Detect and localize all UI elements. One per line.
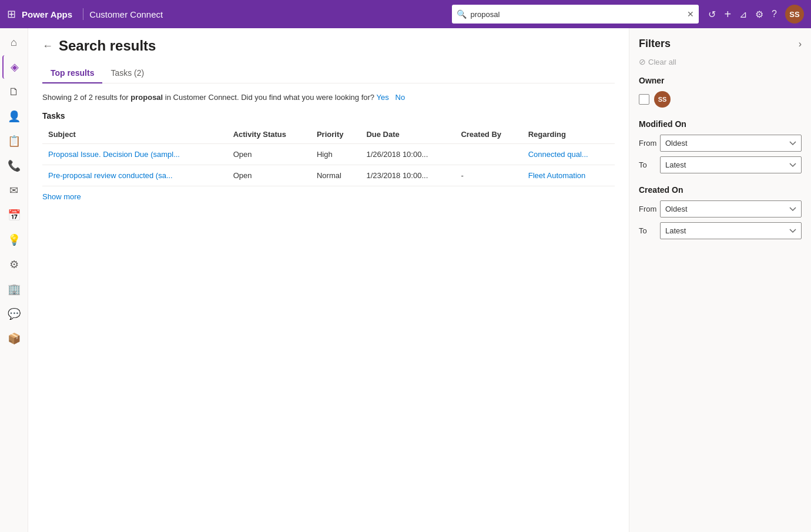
row1-regarding-link[interactable]: Connected qual... bbox=[528, 150, 588, 159]
filter-created-from-label: From bbox=[639, 205, 660, 213]
col-activity-status: Activity Status bbox=[227, 125, 311, 144]
page-title-row: ← Search results bbox=[42, 38, 615, 54]
sidebar-item-active[interactable]: ◈ bbox=[2, 55, 26, 79]
row2-subject-link[interactable]: Pre-proposal review conducted (sa... bbox=[48, 171, 173, 180]
sidebar-item-tasks[interactable]: 📋 bbox=[2, 129, 26, 153]
owner-checkbox[interactable] bbox=[639, 94, 649, 105]
filter-created-from-row: From Oldest Latest bbox=[639, 200, 802, 218]
filter-created-from-select[interactable]: Oldest Latest bbox=[660, 200, 802, 218]
sidebar-item-insights[interactable]: 💡 bbox=[2, 228, 26, 252]
table-row: Proposal Issue. Decision Due (sampl... O… bbox=[42, 144, 615, 165]
row1-activity-status: Open bbox=[227, 144, 311, 165]
back-button[interactable]: ← bbox=[42, 40, 53, 52]
no-link[interactable]: No bbox=[396, 93, 406, 102]
table-row: Pre-proposal review conducted (sa... Ope… bbox=[42, 165, 615, 186]
grid-icon[interactable]: ⊞ bbox=[7, 8, 16, 21]
row2-created-by: - bbox=[455, 165, 522, 186]
main-content: ← Search results Top results Tasks (2) S… bbox=[28, 28, 629, 532]
section-title: Tasks bbox=[42, 111, 615, 121]
col-priority: Priority bbox=[311, 125, 361, 144]
app-name: Power Apps bbox=[22, 9, 72, 19]
sidebar: ⌂ ◈ 🗋 👤 📋 📞 ✉ 📅 💡 ⚙ 🏢 💬 📦 bbox=[0, 28, 28, 532]
sidebar-item-store[interactable]: 📦 bbox=[2, 327, 26, 350]
col-created-by: Created By bbox=[455, 125, 522, 144]
filter-modified-to-label: To bbox=[639, 160, 660, 169]
col-due-date: Due Date bbox=[360, 125, 455, 144]
topnav-actions: ↺ + ⊿ ⚙ ? SS bbox=[708, 5, 804, 24]
search-icon: 🔍 bbox=[457, 9, 467, 19]
row1-due-date: 1/26/2018 10:00... bbox=[360, 144, 455, 165]
add-icon[interactable]: + bbox=[724, 8, 731, 21]
filter-modified-from-label: From bbox=[639, 139, 660, 148]
row2-priority: Normal bbox=[311, 165, 361, 186]
sidebar-item-records[interactable]: 🗋 bbox=[2, 80, 26, 103]
filter-created-section: Created On From Oldest Latest To Latest … bbox=[639, 185, 802, 239]
sidebar-item-contacts[interactable]: 👤 bbox=[2, 105, 26, 128]
filters-chevron-icon[interactable]: › bbox=[799, 39, 802, 49]
row2-regarding-link[interactable]: Fleet Automation bbox=[528, 171, 586, 180]
owner-avatar[interactable]: SS bbox=[654, 91, 671, 108]
col-subject: Subject bbox=[42, 125, 227, 144]
show-more-link[interactable]: Show more bbox=[42, 192, 81, 201]
yes-link[interactable]: Yes bbox=[376, 93, 388, 102]
filter-clear-row: ⊘ Clear all bbox=[639, 57, 802, 66]
filter-icon[interactable]: ⊿ bbox=[739, 9, 747, 20]
row1-subject-link[interactable]: Proposal Issue. Decision Due (sampl... bbox=[48, 150, 180, 159]
topnav: ⊞ Power Apps Customer Connect 🔍 ✕ ↺ + ⊿ … bbox=[0, 0, 811, 28]
filter-modified-to-row: To Latest Oldest bbox=[639, 156, 802, 173]
filters-panel: Filters › ⊘ Clear all Owner SS Modified … bbox=[629, 28, 811, 532]
sidebar-item-calls[interactable]: 📞 bbox=[2, 154, 26, 178]
page-title: Search results bbox=[59, 38, 156, 54]
filter-modified-section: Modified On From Oldest Latest To Latest… bbox=[639, 119, 802, 173]
sidebar-item-email[interactable]: ✉ bbox=[2, 179, 26, 202]
filter-created-title: Created On bbox=[639, 185, 802, 195]
results-table: Subject Activity Status Priority Due Dat… bbox=[42, 125, 615, 186]
nav-divider bbox=[83, 8, 83, 20]
filter-owner-section: Owner SS bbox=[639, 76, 802, 108]
filters-header: Filters › bbox=[639, 38, 802, 50]
search-keyword: proposal bbox=[130, 93, 163, 102]
filter-modified-from-row: From Oldest Latest bbox=[639, 135, 802, 152]
sidebar-item-chat[interactable]: 💬 bbox=[2, 302, 26, 326]
row2-due-date: 1/23/2018 10:00... bbox=[360, 165, 455, 186]
sidebar-item-calendar[interactable]: 📅 bbox=[2, 203, 26, 227]
search-input[interactable] bbox=[470, 10, 687, 19]
result-info: Showing 2 of 2 results for proposal in C… bbox=[42, 93, 615, 102]
filter-modified-title: Modified On bbox=[639, 119, 802, 129]
filter-clear-label[interactable]: Clear all bbox=[648, 58, 676, 66]
tab-tasks[interactable]: Tasks (2) bbox=[102, 63, 152, 83]
filter-created-to-label: To bbox=[639, 226, 660, 235]
sidebar-item-accounts[interactable]: 🏢 bbox=[2, 277, 26, 301]
refresh-icon[interactable]: ↺ bbox=[708, 9, 716, 20]
tabs: Top results Tasks (2) bbox=[42, 63, 615, 83]
filter-modified-from-select[interactable]: Oldest Latest bbox=[660, 135, 802, 152]
clear-search-icon[interactable]: ✕ bbox=[687, 9, 694, 19]
filter-owner-title: Owner bbox=[639, 76, 802, 85]
row2-activity-status: Open bbox=[227, 165, 311, 186]
row1-created-by bbox=[455, 144, 522, 165]
col-regarding: Regarding bbox=[522, 125, 615, 144]
filter-created-to-row: To Latest Oldest bbox=[639, 222, 802, 239]
app-name-2: Customer Connect bbox=[89, 9, 163, 19]
filter-created-to-select[interactable]: Latest Oldest bbox=[660, 222, 802, 239]
settings-icon[interactable]: ⚙ bbox=[755, 9, 763, 20]
search-bar: 🔍 ✕ bbox=[452, 5, 699, 24]
filter-owner-row: SS bbox=[639, 91, 802, 108]
filter-modified-to-select[interactable]: Latest Oldest bbox=[660, 156, 802, 173]
filters-title: Filters bbox=[639, 38, 671, 50]
filter-clear-icon: ⊘ bbox=[639, 57, 646, 66]
sidebar-item-home[interactable]: ⌂ bbox=[2, 31, 26, 54]
row1-priority: High bbox=[311, 144, 361, 165]
user-avatar[interactable]: SS bbox=[785, 5, 804, 24]
help-icon[interactable]: ? bbox=[772, 9, 777, 19]
body-wrap: ⌂ ◈ 🗋 👤 📋 📞 ✉ 📅 💡 ⚙ 🏢 💬 📦 ← Search resul… bbox=[0, 28, 811, 532]
sidebar-item-packages[interactable]: ⚙ bbox=[2, 253, 26, 276]
tab-top-results[interactable]: Top results bbox=[42, 63, 102, 83]
